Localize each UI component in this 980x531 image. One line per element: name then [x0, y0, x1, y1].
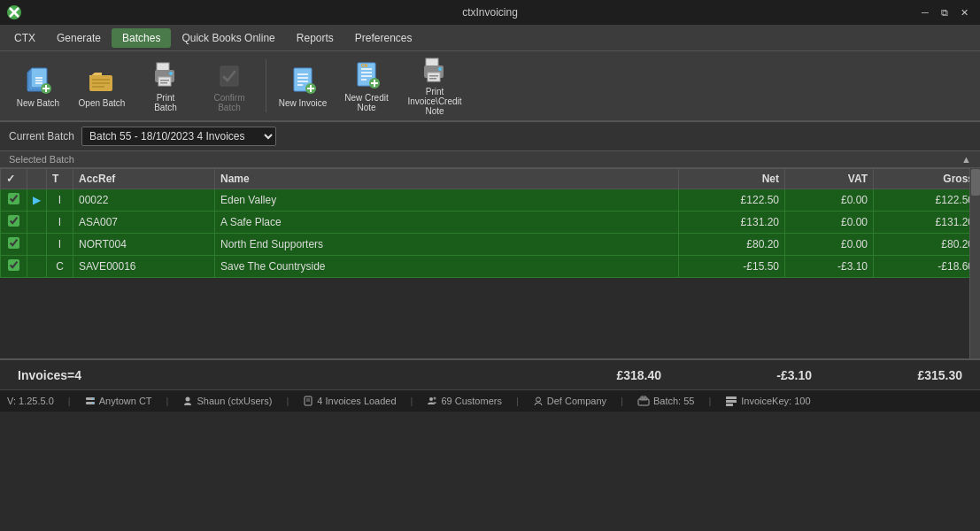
col-name: Name [215, 169, 679, 189]
invoice-key-icon [725, 396, 737, 406]
row-gross-cell: £122.50 [874, 189, 980, 212]
scroll-indicator[interactable] [969, 168, 980, 358]
menu-ctx[interactable]: CTX [4, 28, 46, 48]
row-net-cell: £122.50 [679, 189, 785, 212]
svg-rect-18 [160, 80, 169, 81]
summary-bar: Invoices=4 £318.40 -£3.10 £315.30 [0, 358, 980, 389]
col-vat: VAT [785, 169, 874, 189]
new-credit-note-button[interactable]: CN New Credit Note [336, 54, 397, 118]
menu-reports[interactable]: Reports [286, 28, 344, 48]
row-vat-cell: £0.00 [785, 189, 874, 212]
svg-point-47 [92, 398, 94, 400]
table-header: ✓ T AccRef Name Net VAT Gross [1, 169, 980, 189]
new-invoice-button[interactable]: New Invoice [272, 54, 334, 118]
table-container[interactable]: ✓ T AccRef Name Net VAT Gross ▶I00022Ede… [0, 168, 980, 358]
menu-preferences[interactable]: Preferences [344, 28, 423, 48]
row-name-cell: Save The Countryside [215, 256, 679, 278]
batch-status-icon [637, 396, 650, 406]
confirm-batch-icon [213, 59, 245, 91]
toolbar-separator-1 [266, 59, 266, 112]
server-icon [85, 396, 96, 406]
svg-rect-19 [160, 82, 167, 84]
confirm-batch-button: Confirm Batch [198, 54, 260, 118]
table-row[interactable]: IASA007A Safe Place£131.20£0.00£131.20 [1, 212, 980, 234]
svg-rect-17 [158, 77, 171, 86]
batch-select[interactable]: Batch 55 - 18/10/2023 4 Invoices [81, 127, 276, 146]
row-arrow-cell: ▶ [27, 189, 47, 212]
svg-point-54 [434, 397, 436, 400]
table-row[interactable]: CSAVE00016Save The Countryside-£15.50-£3… [1, 256, 980, 278]
table-row[interactable]: ▶I00022Eden Valley£122.50£0.00£122.50 [1, 189, 980, 212]
row-name-cell: A Safe Place [215, 212, 679, 234]
col-check: ✓ [1, 169, 27, 189]
status-sep-3: | [286, 396, 289, 406]
status-batch: Batch: 55 [637, 396, 694, 406]
row-vat-cell: £0.00 [785, 212, 874, 234]
customers-icon [427, 396, 437, 406]
svg-rect-12 [92, 79, 110, 81]
svg-rect-59 [726, 396, 737, 399]
restore-button[interactable]: ⧉ [936, 4, 953, 21]
print-batch-icon [150, 59, 181, 91]
row-name-cell: Eden Valley [215, 189, 679, 212]
status-invoices-loaded: 4 Invoices Loaded [303, 396, 396, 406]
row-checkbox[interactable] [8, 237, 19, 249]
row-type-cell: I [47, 234, 73, 256]
row-gross-cell: -£18.60 [874, 256, 980, 278]
title-bar-controls[interactable]: ─ ⧉ ✕ [916, 4, 973, 21]
col-accref: AccRef [73, 169, 215, 189]
row-checkbox[interactable] [8, 193, 19, 204]
menu-generate[interactable]: Generate [46, 28, 112, 48]
new-batch-icon [22, 65, 54, 96]
svg-rect-60 [726, 400, 737, 403]
table-row[interactable]: INORT004North End Supporters£80.20£0.00£… [1, 234, 980, 256]
row-name-cell: North End Supporters [215, 234, 679, 256]
row-net-cell: £131.20 [679, 212, 785, 234]
print-invoice-credit-note-button[interactable]: Print Invoice\Credit Note [399, 54, 470, 118]
minimize-button[interactable]: ─ [916, 4, 934, 21]
summary-gross: £315.30 [830, 368, 962, 382]
title-bar-title: ctxInvoicing [462, 6, 518, 19]
status-user: Shaun (ctxUsers) [182, 396, 272, 406]
row-accref-cell: 00022 [73, 189, 215, 212]
invoice-icon [303, 396, 313, 406]
status-sep-5: | [516, 396, 519, 406]
menu-batches[interactable]: Batches [112, 28, 171, 48]
status-sep-7: | [708, 396, 711, 406]
svg-point-49 [186, 397, 190, 402]
table-body: ▶I00022Eden Valley£122.50£0.00£122.50IAS… [1, 189, 980, 278]
scroll-thumb[interactable] [971, 169, 980, 196]
open-batch-button[interactable]: Open Batch [71, 54, 133, 118]
new-batch-button[interactable]: New Batch [7, 54, 69, 118]
row-type-cell: I [47, 212, 73, 234]
menu-bar: CTX Generate Batches Quick Books Online … [0, 25, 980, 51]
print-batch-button[interactable]: Print Batch [135, 54, 197, 118]
close-button[interactable]: ✕ [955, 4, 973, 21]
row-accref-cell: ASA007 [73, 212, 215, 234]
row-type-cell: C [47, 256, 73, 278]
summary-invoices: Invoices=4 [18, 368, 256, 382]
status-bar: V: 1.25.5.0 | Anytown CT | Shaun (ctxUse… [0, 389, 980, 412]
row-net-cell: -£15.50 [679, 256, 785, 278]
menu-quickbooks[interactable]: Quick Books Online [171, 28, 285, 48]
row-checkbox[interactable] [8, 215, 19, 227]
batch-row: Current Batch Batch 55 - 18/10/2023 4 In… [0, 122, 980, 151]
svg-rect-58 [642, 396, 645, 398]
status-customers: 69 Customers [427, 396, 501, 406]
data-table: ✓ T AccRef Name Net VAT Gross ▶I00022Ede… [0, 168, 980, 278]
row-gross-cell: £80.20 [874, 234, 980, 256]
user-icon [182, 396, 193, 406]
svg-point-48 [92, 403, 94, 404]
summary-net: £318.40 [529, 368, 661, 382]
content-area: ✓ T AccRef Name Net VAT Gross ▶I00022Ede… [0, 168, 980, 358]
row-accref-cell: SAVE00016 [73, 256, 215, 278]
new-invoice-icon [287, 65, 319, 96]
status-sep-4: | [411, 396, 413, 406]
svg-point-20 [169, 72, 173, 75]
row-checkbox[interactable] [8, 259, 19, 271]
open-batch-icon [86, 65, 118, 96]
row-arrow-cell [27, 256, 47, 278]
row-check-cell [1, 256, 27, 278]
row-vat-cell: £0.00 [785, 234, 874, 256]
summary-vat: -£3.10 [679, 368, 812, 382]
